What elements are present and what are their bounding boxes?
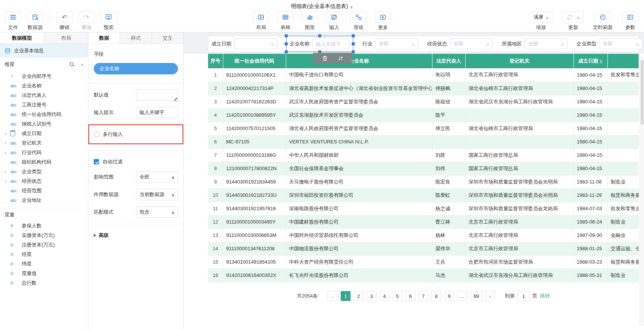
tab-data-model[interactable]: 数据模型 [0,32,44,43]
resize-handle[interactable] [285,50,288,53]
expand-chevron-icon[interactable] [5,169,10,174]
col-header-registration-authority[interactable]: 登记机关 [465,54,574,68]
vertical-scrollbar[interactable] [639,57,644,326]
dimension-field-item[interactable]: 纳税人识别号 [0,119,88,129]
expand-chevron-icon[interactable] [5,140,10,146]
page-number-button[interactable]: 9 [444,291,454,301]
scrollbar-thumb[interactable] [641,60,644,125]
company-name-filter-input[interactable] [312,39,350,49]
dimension-field-item[interactable]: 行业代码 [0,148,88,157]
chevron-down-icon[interactable] [81,63,83,67]
dimension-field-item[interactable]: 成立日期 [0,129,88,138]
update-button[interactable]: 更新 [562,11,584,31]
preview-button[interactable]: 预览 [100,11,117,31]
dimension-field-item[interactable]: 工商注册号 [0,100,88,109]
measure-field-item[interactable]: 注册资本(万元) [0,240,88,250]
tab-style[interactable]: 样式 [120,32,152,43]
measure-field-item[interactable]: 实缴资本(万元) [0,230,88,240]
table-row[interactable]: 12 91110000100003495Y 中国建材股份有限公司 曹江林 北京市… [208,215,639,229]
panel-dropdown[interactable]: 包含 [136,206,178,218]
jump-link[interactable]: 跳转 [540,293,550,299]
swap-widget-icon[interactable] [338,56,343,61]
chevron-down-icon[interactable] [350,3,353,10]
advanced-section-toggle[interactable]: 高级 [94,232,178,239]
dimension-field-item[interactable]: 企业类型 [0,167,88,176]
status-filter-dropdown[interactable]: 全部 [450,39,493,49]
expand-chevron-icon[interactable] [5,179,10,184]
edit-pencil-icon[interactable] [173,96,179,101]
input-hint-field[interactable] [136,107,178,118]
table-row[interactable]: 16 91420100616400352X 长飞光纤光缆股份有限公司 马杰 湖北… [208,269,639,282]
parameters-button[interactable]: x= 参数 [622,11,639,31]
table-row[interactable]: 10 91440300192182733U 深圳市福田投资控股有限公司 陈爱虹 … [208,188,639,202]
table-row[interactable]: 5 114200007570121505 湖北省人民政府国有资产监督管理委员会 … [208,122,639,135]
panel-dropdown[interactable]: 当前数据源 [136,189,178,200]
page-number-button[interactable]: 7 [418,291,428,301]
table-row[interactable]: 4 11420100010889595Y 武汉东湖新技术开发区管理委员会 陈平 … [208,108,639,122]
page-number-button[interactable]: 2 [354,291,364,301]
multiline-checkbox[interactable] [94,132,99,137]
timed-refresh-button[interactable]: 定时刷新 [593,11,613,31]
dimension-field-item[interactable]: 登记机关 [0,138,88,148]
col-header-legal-rep[interactable]: 法定代表人 [432,54,465,68]
undo-button[interactable]: ↶ 撤销 [56,11,73,31]
bound-field-pill[interactable]: 企业名称 [94,63,178,74]
company-type-filter-dropdown[interactable]: 全部 [599,39,642,49]
measure-field-item[interactable]: 纬度 [0,259,88,269]
dimension-field-item[interactable]: 统一社会信用代码 [0,109,88,119]
tab-data[interactable]: 数据 [88,32,120,43]
shape-button[interactable]: 形状 [350,11,367,31]
filter-company-name[interactable]: 企业名称 [286,36,353,52]
chart-button[interactable]: 图形 [301,11,318,31]
datasource-button[interactable]: 数据源 [27,11,43,31]
table-row[interactable]: 1 9111000010000106X1 中国电子进出口有限公司 朱以明 北京市… [208,68,639,82]
table-row[interactable]: 8 12100000717800822N 全国社会保障基金理事会 刘伟 国家工商… [208,162,639,175]
prev-page-button[interactable] [328,291,338,301]
region-filter-dropdown[interactable]: 全部 [525,39,567,49]
dimension-field-item[interactable]: 经营状态 [0,176,88,186]
measure-field-item[interactable]: 总行数 [0,278,88,288]
dimension-field-item[interactable]: 经营范围 [0,186,88,195]
table-row[interactable]: 11 914403001921957616 深南电路股份有限公司 杨之诚 深圳市… [208,202,639,215]
next-page-button[interactable] [485,291,495,301]
page-number-button[interactable]: ... [457,291,468,301]
col-header-company-name[interactable]: 企业名称 [286,54,432,68]
sort-icon[interactable] [599,59,603,63]
page-number-button[interactable]: 4 [380,291,389,301]
default-value-input[interactable] [136,89,178,101]
dataset-item[interactable]: 企业基本信息 [0,44,88,58]
expand-chevron-icon[interactable] [5,131,10,136]
expand-chevron-icon[interactable] [5,150,10,155]
table-row[interactable]: 3 11420100778182263D 武汉市人民政府国有资产监督管理委员会 … [208,95,639,108]
measure-field-item[interactable]: 度量值 [0,269,88,278]
table-row[interactable]: 2 1242000042217314P 湖北省高新技术发展促进中心（湖北省创业投… [208,82,639,95]
resize-handle[interactable] [285,34,288,37]
dimension-field-item[interactable]: 企业名称 [0,81,88,90]
date-filter-dropdown[interactable] [234,39,277,49]
document-title-row[interactable]: 明细表(企业基本信息表) [0,0,644,10]
measure-field-item[interactable]: 参保人数 [0,221,88,230]
industry-filter-dropdown[interactable]: 全部 [375,39,418,49]
page-number-button[interactable]: 1 [341,291,351,301]
measure-field-item[interactable]: 经度 [0,250,88,259]
dimension-field-item[interactable]: 法定代表人 [0,90,88,100]
dimension-field-item[interactable]: 企业地址 [0,195,88,205]
resize-handle[interactable] [352,42,355,45]
page-number-button[interactable]: 6 [405,291,415,301]
table-row[interactable]: 7 11100000000013186G 中华人民共和国财政部 刘昆 国家工商行… [208,148,639,162]
table-button[interactable]: 表格 [277,11,294,31]
table-row[interactable]: 6 MC-97105 VERTEX VENTURES CHINA IV,L.P.… [208,135,639,148]
col-header-established-date[interactable]: 成立日期 [574,54,607,68]
zoom-control[interactable]: 满屏 缩放 [529,11,553,31]
dimension-field-item[interactable]: 组织机构代码 [0,157,88,167]
more-button[interactable]: 更多 [375,11,391,31]
goto-page-input[interactable] [517,291,530,301]
dimension-field-item[interactable]: 企业内部序号 [0,71,88,81]
resize-handle[interactable] [285,42,288,45]
table-row[interactable]: 14 911100001347611208 中国物流股份有限公司 梁伟华 北京市… [208,242,639,255]
table-row[interactable]: 9 914403001921834459 天马微电子股份有限公司 陈宏良 深圳市… [208,175,639,188]
col-header-industry[interactable] [607,54,639,68]
resize-handle[interactable] [318,34,321,37]
layout-button[interactable]: 布局 [253,11,269,31]
input-widget-button[interactable]: 输入 [326,11,343,31]
